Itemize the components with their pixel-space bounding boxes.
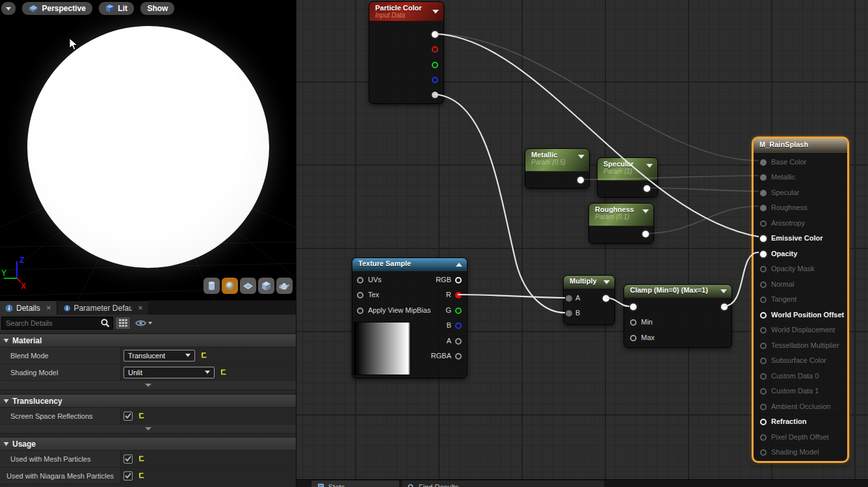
pin-output[interactable] — [603, 295, 609, 302]
display-filter-button[interactable] — [115, 317, 131, 330]
pin-rgb-output[interactable] — [432, 31, 438, 38]
node-multiply-header[interactable]: Multiply — [564, 276, 614, 289]
perspective-button[interactable]: Perspective — [22, 2, 92, 15]
pin-tangent[interactable] — [760, 296, 767, 303]
node-roughness-header[interactable]: Roughness Param (0.1) — [589, 204, 653, 226]
pin-roughness[interactable] — [760, 205, 767, 211]
pin-tex-input[interactable] — [357, 292, 363, 298]
node-specular-header[interactable]: Specular Param (1) — [598, 158, 657, 181]
pin-output[interactable] — [644, 185, 650, 192]
pin-custom-data-0[interactable] — [760, 373, 767, 380]
pin-b-input[interactable] — [566, 310, 572, 317]
collapse-caret-icon[interactable] — [432, 10, 439, 14]
preview-shape-cylinder-button[interactable] — [204, 278, 220, 294]
preview-viewport[interactable]: Perspective Lit Show Z Y X — [0, 0, 296, 300]
preview-shape-plane-button[interactable] — [240, 278, 256, 294]
pin-emissive-color[interactable] — [760, 235, 767, 242]
advanced-expander[interactable] — [0, 425, 296, 434]
pin-g-output[interactable] — [432, 62, 438, 68]
section-header-usage[interactable]: Usage — [0, 437, 296, 451]
reset-to-default-icon[interactable] — [138, 472, 145, 479]
collapse-caret-icon[interactable] — [603, 280, 610, 284]
pin-a-input[interactable] — [566, 295, 572, 302]
pin-output[interactable] — [577, 177, 584, 183]
screen-space-reflections-checkbox[interactable] — [124, 412, 133, 421]
pin-metallic[interactable] — [760, 174, 767, 181]
shading-model-dropdown[interactable]: Unlit — [124, 367, 215, 378]
collapse-caret-icon[interactable] — [720, 289, 727, 293]
used-with-niagara-mesh-particles-checkbox[interactable] — [124, 471, 133, 480]
tab-find-results[interactable]: Find Results — [402, 480, 604, 487]
pin-a-output[interactable] — [432, 92, 438, 98]
collapse-caret-icon[interactable] — [646, 164, 653, 168]
pin-opacity[interactable] — [760, 251, 767, 257]
pin-b-output[interactable] — [432, 77, 438, 83]
pin-custom-data-1[interactable] — [760, 388, 767, 395]
pin-tessellation-multiplier[interactable] — [760, 343, 767, 349]
lit-button[interactable]: Lit — [99, 2, 134, 15]
pin-world-position-offset[interactable] — [760, 312, 767, 319]
view-options-button[interactable] — [133, 317, 155, 330]
node-particle-color-header[interactable]: Particle Color Input Data — [369, 2, 443, 21]
reset-to-default-icon[interactable] — [138, 412, 145, 419]
node-specular[interactable]: Specular Param (1) — [597, 157, 658, 198]
pin-output[interactable] — [642, 231, 649, 237]
close-icon[interactable]: ✕ — [46, 304, 51, 311]
reset-to-default-icon[interactable] — [138, 455, 145, 462]
tab-details[interactable]: Details ✕ — [0, 300, 57, 315]
preview-shape-sphere-button[interactable] — [222, 278, 238, 294]
tab-stats[interactable]: Stats — [311, 480, 399, 487]
material-graph-canvas[interactable]: Particle Color Input Data Metallic Param… — [296, 0, 868, 487]
pin-r-output[interactable] — [432, 46, 438, 53]
pin-max-input[interactable] — [630, 335, 637, 341]
reset-to-default-icon[interactable] — [200, 352, 207, 359]
pin-subsurface-color[interactable] — [760, 358, 767, 364]
blend-mode-dropdown[interactable]: Translucent — [124, 350, 195, 362]
close-icon[interactable]: ✕ — [138, 304, 143, 311]
pin-refraction[interactable] — [760, 419, 767, 425]
node-m-rainsplash[interactable]: M_RainSplash Base Color Metallic Specula… — [752, 137, 849, 463]
pin-mipbias-input[interactable] — [357, 308, 363, 314]
pin-shading-model[interactable] — [760, 449, 767, 456]
pin-min-input[interactable] — [630, 319, 637, 326]
node-m-rainsplash-header[interactable]: M_RainSplash — [754, 138, 847, 153]
pin-opacity-mask[interactable] — [760, 266, 767, 272]
advanced-expander[interactable] — [0, 381, 296, 390]
pin-r-output[interactable] — [455, 292, 462, 298]
node-multiply[interactable]: Multiply A B — [563, 275, 615, 325]
node-texture-sample[interactable]: Texture Sample UVs Tex Apply View MipBia… — [352, 257, 467, 378]
node-metallic[interactable]: Metallic Param (0.5) — [525, 148, 590, 189]
pin-anisotropy[interactable] — [760, 220, 767, 227]
section-header-material[interactable]: Material — [0, 334, 296, 347]
show-button[interactable]: Show — [140, 2, 174, 15]
node-clamp[interactable]: Clamp (Min=0) (Max=1) Min Max — [624, 284, 732, 348]
search-input[interactable] — [1, 317, 113, 330]
pin-a-output[interactable] — [455, 338, 462, 345]
pin-rgb-output[interactable] — [455, 277, 462, 283]
node-texture-sample-header[interactable]: Texture Sample — [352, 258, 467, 271]
node-clamp-header[interactable]: Clamp (Min=0) (Max=1) — [624, 285, 731, 298]
pin-g-output[interactable] — [455, 308, 462, 314]
viewport-options-button[interactable] — [1, 2, 16, 15]
node-particle-color[interactable]: Particle Color Input Data — [369, 1, 444, 104]
material-preview-sphere[interactable] — [27, 26, 269, 268]
collapse-caret-icon[interactable] — [578, 155, 585, 159]
used-with-mesh-particles-checkbox[interactable] — [124, 454, 133, 464]
node-metallic-header[interactable]: Metallic Param (0.5) — [525, 149, 589, 172]
pin-b-output[interactable] — [455, 322, 462, 329]
pin-world-displacement[interactable] — [760, 327, 767, 334]
tab-parameter-defaults[interactable]: Parameter Defaults ✕ — [59, 300, 148, 315]
section-header-translucency[interactable]: Translucency — [0, 394, 296, 408]
collapse-caret-icon[interactable] — [456, 263, 462, 267]
reset-to-default-icon[interactable] — [220, 369, 227, 376]
pin-pixel-depth-offset[interactable] — [760, 434, 767, 441]
node-roughness[interactable]: Roughness Param (0.1) — [588, 203, 654, 244]
pin-ambient-occlusion[interactable] — [760, 404, 767, 410]
pin-base-color[interactable] — [760, 159, 767, 166]
pin-normal[interactable] — [760, 282, 767, 288]
pin-output[interactable] — [721, 304, 728, 310]
pin-uvs-input[interactable] — [357, 277, 363, 283]
pin-rgba-output[interactable] — [455, 353, 462, 360]
pin-value-input[interactable] — [630, 304, 637, 310]
collapse-caret-icon[interactable] — [642, 209, 649, 213]
